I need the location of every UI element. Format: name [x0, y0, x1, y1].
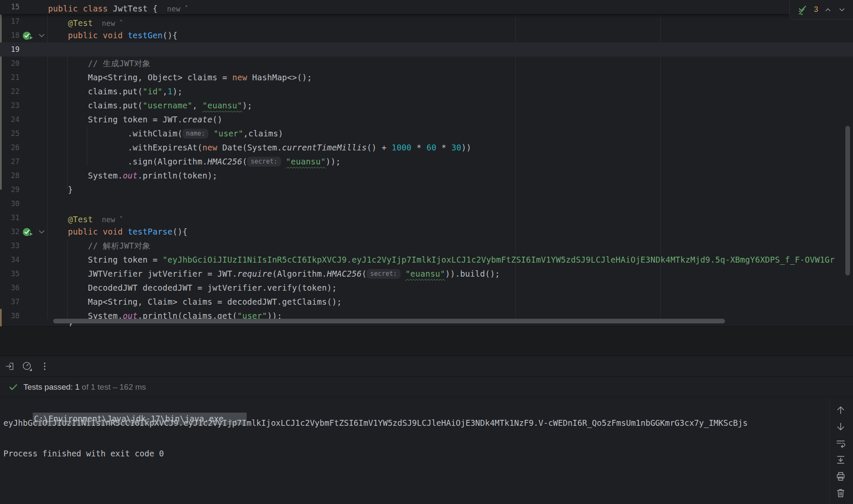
- scroll-up-button[interactable]: [834, 404, 847, 416]
- code-line-23[interactable]: 23 claims.put("username", "euansu");: [0, 99, 853, 113]
- code-line-18[interactable]: 18 public void testGen(){: [0, 28, 853, 42]
- scroll-to-end-button[interactable]: [834, 453, 847, 466]
- line-number[interactable]: 27: [0, 155, 20, 169]
- editor-horizontal-scrollbar[interactable]: [53, 319, 725, 323]
- line-number[interactable]: 24: [0, 113, 20, 127]
- code-text: public void testParse(){: [48, 225, 188, 239]
- code-text: String token = "eyJhbGciOiJIUzI1NiIsInR5…: [48, 253, 835, 267]
- line-number[interactable]: 20: [0, 57, 20, 71]
- code-line-31[interactable]: 31 @Test new *: [0, 211, 853, 225]
- soft-wrap-icon: [835, 438, 846, 449]
- run-test-passed-icon[interactable]: [22, 31, 37, 41]
- code-line-28[interactable]: 28 System.out.println(token);: [0, 169, 853, 183]
- run-console[interactable]: C:\Environment\Java\jdk-17\bin\java.exe …: [0, 397, 853, 504]
- code-text: Map<String, Object> claims = new HashMap…: [48, 71, 312, 85]
- next-problem-button[interactable]: [838, 6, 846, 14]
- console-toolbar-separator: [829, 397, 830, 504]
- code-text: .withClaim(name: "user",claims): [48, 127, 283, 141]
- console-token-output: eyJhbGciOiJIUzI1NiIsInR5cCI6IkpXVCJ9.eyJ…: [3, 417, 748, 429]
- code-vision-hint[interactable]: new *: [162, 5, 188, 13]
- line-number[interactable]: 28: [0, 169, 20, 183]
- ide-window: 17 @Test new *18 public void testGen(){1…: [0, 0, 853, 504]
- code-line-30[interactable]: 30: [0, 197, 853, 211]
- code-line-27[interactable]: 27 .sign(Algorithm.HMAC256(secret: "euan…: [0, 155, 853, 169]
- code-line-29[interactable]: 29 }: [0, 183, 853, 197]
- code-line-21[interactable]: 21 Map<String, Object> claims = new Hash…: [0, 71, 853, 85]
- tests-passed-label: Tests passed: 1: [23, 382, 80, 391]
- line-number[interactable]: 33: [0, 239, 20, 253]
- line-number[interactable]: 29: [0, 183, 20, 197]
- code-vision-hint[interactable]: new *: [93, 215, 122, 224]
- parameter-hint: name:: [182, 129, 208, 139]
- scroll-to-end-icon: [835, 454, 846, 465]
- import-test-results-button[interactable]: [4, 360, 16, 372]
- parameter-hint: secret:: [367, 269, 400, 279]
- fold-chevron-icon[interactable]: [38, 229, 45, 235]
- code-editor[interactable]: 17 @Test new *18 public void testGen(){1…: [0, 0, 853, 326]
- prev-problem-button[interactable]: [824, 6, 832, 14]
- code-text: JWTVerifier jwtVerifier = JWT.require(Al…: [48, 267, 500, 281]
- clear-all-icon: [835, 487, 846, 498]
- line-number[interactable]: 34: [0, 253, 20, 267]
- line-number[interactable]: 22: [0, 85, 20, 99]
- line-number[interactable]: 32: [0, 225, 20, 239]
- code-line-26[interactable]: 26 .withExpiresAt(new Date(System.curren…: [0, 141, 853, 155]
- code-line-34[interactable]: 34 String token = "eyJhbGciOiJIUzI1NiIsI…: [0, 253, 853, 267]
- test-runner-toolbar: [0, 356, 853, 377]
- code-line-33[interactable]: 33 // 解析JWT对象: [0, 239, 853, 253]
- code-line-20[interactable]: 20 // 生成JWT对象: [0, 57, 853, 71]
- line-number[interactable]: 37: [0, 295, 20, 309]
- line-number[interactable]: 18: [0, 28, 20, 42]
- inspections-ok-icon: [797, 4, 808, 15]
- code-line-24[interactable]: 24 String token = JWT.create(): [0, 113, 853, 127]
- code-line-19[interactable]: 19: [0, 42, 853, 57]
- fold-chevron-icon[interactable]: [38, 33, 45, 38]
- scroll-up-icon: [835, 405, 846, 416]
- code-vision-hint[interactable]: new *: [93, 19, 122, 28]
- code-line-37[interactable]: 37 Map<String, Claim> claims = decodedJW…: [0, 295, 853, 309]
- code-text: Map<String, Claim> claims = decodedJWT.g…: [48, 295, 342, 309]
- scroll-down-icon: [835, 421, 846, 432]
- code-text: claims.put("username", "euansu");: [48, 99, 252, 113]
- code-line-36[interactable]: 36 DecodedJWT decodedJWT = jwtVerifier.v…: [0, 281, 853, 295]
- print-icon: [835, 471, 846, 482]
- line-number[interactable]: 35: [0, 267, 20, 281]
- line-number[interactable]: 23: [0, 99, 20, 113]
- code-line-22[interactable]: 22 claims.put("id",1);: [0, 85, 853, 99]
- soft-wrap-button[interactable]: [834, 437, 847, 450]
- line-number[interactable]: 26: [0, 141, 20, 155]
- code-line-25[interactable]: 25 .withClaim(name: "user",claims): [0, 127, 853, 141]
- code-text: claims.put("id",1);: [48, 85, 182, 99]
- line-number[interactable]: 25: [0, 127, 20, 141]
- code-text: .withExpiresAt(new Date(System.currentTi…: [48, 141, 471, 155]
- tests-passed-detail: of 1 test – 162 ms: [82, 382, 146, 391]
- code-line-32[interactable]: 32 public void testParse(){: [0, 225, 853, 239]
- print-button[interactable]: [834, 470, 847, 483]
- code-text: DecodedJWT decodedJWT = jwtVerifier.veri…: [48, 281, 337, 295]
- sticky-header-line[interactable]: 15 public class JwtTest { new *: [0, 0, 853, 14]
- more-options-icon: [40, 361, 50, 371]
- scroll-down-button[interactable]: [834, 420, 847, 433]
- line-number[interactable]: 30: [0, 197, 20, 211]
- code-text: String token = JWT.create(): [48, 113, 222, 127]
- console-process-finished: Process finished with exit code 0: [3, 447, 164, 459]
- code-text: @Test new *: [48, 14, 122, 28]
- code-line-17[interactable]: 17 @Test new *: [0, 14, 853, 28]
- code-text: // 解析JWT对象: [48, 239, 151, 253]
- code-text: @Test new *: [48, 211, 122, 225]
- code-text: .sign(Algorithm.HMAC256(secret: "euansu"…: [48, 155, 341, 169]
- inspections-widget[interactable]: 3: [789, 0, 853, 20]
- line-number[interactable]: 21: [0, 71, 20, 85]
- editor-vertical-scrollbar[interactable]: [845, 126, 850, 275]
- clear-all-button[interactable]: [834, 487, 847, 499]
- more-options-button[interactable]: [39, 360, 51, 372]
- import-test-results-icon: [5, 361, 15, 371]
- run-test-passed-icon[interactable]: [22, 227, 37, 237]
- line-number[interactable]: 17: [0, 14, 20, 28]
- line-number[interactable]: 36: [0, 281, 20, 295]
- code-line-35[interactable]: 35 JWTVerifier jwtVerifier = JWT.require…: [0, 267, 853, 281]
- line-number[interactable]: 19: [0, 42, 20, 57]
- line-number[interactable]: 31: [0, 211, 20, 225]
- test-history-button[interactable]: [21, 360, 33, 372]
- code-text: }: [48, 183, 73, 197]
